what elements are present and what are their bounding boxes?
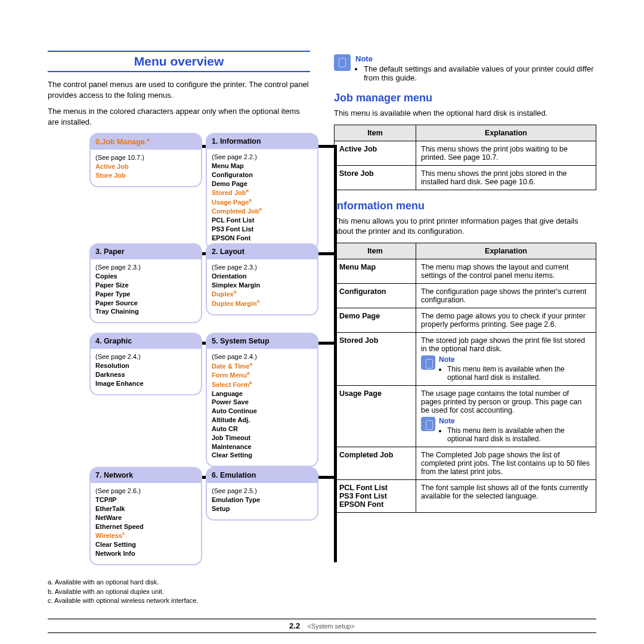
cell-item: Menu Map <box>335 259 416 283</box>
th-item: Item <box>335 243 416 259</box>
footer-section: <System setup> <box>307 623 355 630</box>
cell-expl: The usage page contains the total number… <box>416 385 596 447</box>
cell-item: Completed Job <box>335 447 416 479</box>
job-manager-desc: This menu is available when the optional… <box>334 108 596 119</box>
menu-box-body: (See page 2.3.)OrientationSimplex Margin… <box>207 259 317 314</box>
menu-box-body: (See page 2.4.)Date & TimeaForm MenuaSel… <box>207 349 317 466</box>
note-title: Note <box>439 417 591 425</box>
menu-box-header: 5. System Setup <box>207 334 317 349</box>
th-item: Item <box>335 125 416 141</box>
cell-item: Configuraton <box>335 283 416 308</box>
cell-item: Demo Page <box>335 308 416 332</box>
menu-box-b1: 1. Information(See page 2.2.)Menu MapCon… <box>206 133 318 249</box>
menu-box-header: 1. Information <box>207 134 317 149</box>
menu-box-b0: 0.Job Manage.a(See page 10.7.)Active Job… <box>89 133 202 187</box>
cell-expl: The stored job page shows the print file… <box>416 332 596 385</box>
intro-p1: The control panel menus are used to conf… <box>48 79 310 100</box>
cell-expl: The demo page allows you to check if you… <box>416 308 596 332</box>
menu-box-header: 0.Job Manage.a <box>91 134 201 150</box>
menu-box-header: 7. Network <box>91 468 201 483</box>
menu-box-header: 6. Emulation <box>207 468 317 483</box>
menu-box-body: (See page 2.3.)CopiesPaper SizePaper Typ… <box>91 259 201 322</box>
footnote-a: Available with an optional hard disk. <box>48 578 310 587</box>
menu-box-b3: 3. Paper(See page 2.3.)CopiesPaper SizeP… <box>89 243 202 323</box>
cell-expl: The font sample list shows all of the fo… <box>416 479 596 512</box>
note-text: The default settings and available value… <box>364 64 596 82</box>
menu-box-body: (See page 2.4.)ResolutionDarknessImage E… <box>91 349 201 394</box>
menu-box-header: 3. Paper <box>91 244 201 259</box>
cell-item: Store Job <box>335 165 416 190</box>
menu-box-b6: 6. Emulation(See page 2.5.)Emulation Typ… <box>206 467 318 521</box>
menu-box-body: (See page 10.7.)Active JobStore Job <box>91 150 201 186</box>
table-row: Menu MapThe menu map shows the layout an… <box>335 259 596 283</box>
information-table: Item Explanation Menu MapThe menu map sh… <box>334 243 596 513</box>
footnote-b: Available with an optional duplex unit. <box>48 587 310 596</box>
menu-box-header: 4. Graphic <box>91 334 201 349</box>
cell-expl: This menu shows the print jobs stored in… <box>416 165 596 190</box>
table-row: Usage PageThe usage page contains the to… <box>335 385 596 447</box>
cell-expl: The configuration page shows the printer… <box>416 283 596 308</box>
table-row: Demo PageThe demo page allows you to che… <box>335 308 596 332</box>
menu-box-body: (See page 2.5.)Emulation TypeSetup <box>207 483 317 519</box>
job-manager-table: Item Explanation Active JobThis menu sho… <box>334 125 596 190</box>
cell-note: NoteThis menu item is available when the… <box>421 417 591 443</box>
menu-diagram: 0.Job Manage.a(See page 10.7.)Active Job… <box>89 133 346 574</box>
cell-item: PCL Font ListPS3 Font ListEPSON Font <box>335 479 416 512</box>
intro-p2: The menus in the colored characters appe… <box>48 106 310 127</box>
note-icon <box>421 417 435 431</box>
note-title: Note <box>439 355 591 364</box>
table-row: PCL Font ListPS3 Font ListEPSON FontThe … <box>335 479 596 512</box>
information-title: Information menu <box>334 200 596 212</box>
note-icon <box>421 355 435 370</box>
cell-expl: This menu shows the print jobs waiting t… <box>416 141 596 165</box>
th-expl: Explanation <box>416 243 596 259</box>
table-row: Completed JobThe Completed Job page show… <box>335 447 596 479</box>
menu-box-body: (See page 2.2.)Menu MapConfiguratonDemo … <box>207 149 317 248</box>
note-title: Note <box>355 54 596 63</box>
table-row: Store JobThis menu shows the print jobs … <box>335 165 596 190</box>
cell-item: Usage Page <box>335 385 416 447</box>
information-desc: This menu allows you to print printer in… <box>334 216 596 237</box>
job-manager-title: Job manager menu <box>334 92 596 104</box>
table-row: Active JobThis menu shows the print jobs… <box>335 141 596 165</box>
table-row: Stored JobThe stored job page shows the … <box>335 332 596 385</box>
th-expl: Explanation <box>416 125 596 141</box>
note-top: Note The default settings and available … <box>334 54 596 82</box>
menu-box-b7: 7. Network(See page 2.6.)TCP/IPEtherTalk… <box>89 467 202 565</box>
menu-box-header: 2. Layout <box>207 244 317 259</box>
menu-box-b4: 4. Graphic(See page 2.4.)ResolutionDarkn… <box>89 333 202 395</box>
cell-item: Stored Job <box>335 332 416 385</box>
page-number: 2.2 <box>289 621 300 630</box>
menu-box-b2: 2. Layout(See page 2.3.)OrientationSimpl… <box>206 243 318 315</box>
menu-box-b5: 5. System Setup(See page 2.4.)Date & Tim… <box>206 333 318 467</box>
note-text: This menu item is available when the opt… <box>447 365 591 382</box>
footnote-c: Available with optional wireless network… <box>48 596 310 605</box>
table-row: ConfiguratonThe configuration page shows… <box>335 283 596 308</box>
cell-note: NoteThis menu item is available when the… <box>421 355 591 382</box>
page-footer: 2.2 <System setup> <box>48 618 596 633</box>
footnotes: Available with an optional hard disk. Av… <box>48 578 310 605</box>
cell-expl: The Completed Job page shows the list of… <box>416 447 596 479</box>
main-title: Menu overview <box>48 51 310 72</box>
cell-expl: The menu map shows the layout and curren… <box>416 259 596 283</box>
note-text: This menu item is available when the opt… <box>447 426 591 443</box>
cell-item: Active Job <box>335 141 416 165</box>
menu-box-body: (See page 2.6.)TCP/IPEtherTalkNetWareEth… <box>91 483 201 564</box>
note-icon <box>334 54 351 71</box>
